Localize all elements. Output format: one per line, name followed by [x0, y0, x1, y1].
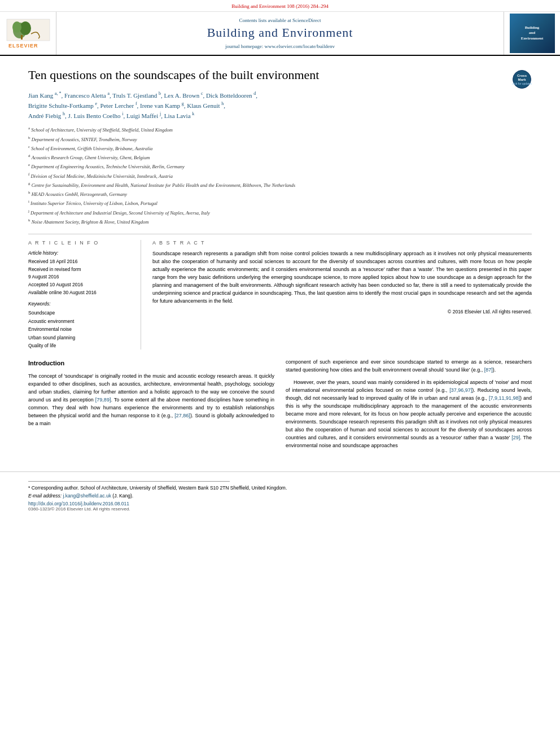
keyword-1: Soundscape: [28, 309, 132, 317]
keywords-section: Keywords: Soundscape Acoustic environmen…: [28, 301, 132, 350]
journal-title-section: Contents lists available at ScienceDirec…: [56, 12, 504, 55]
body-section: Introduction The concept of 'soundscape'…: [28, 359, 532, 454]
journal-thumbnail-section: BuildingandEnvironment: [504, 12, 560, 55]
keyword-5: Quality of life: [28, 342, 132, 350]
affiliation-d: d Acoustics Research Group, Ghent Univer…: [28, 153, 532, 161]
available-date: Available online 30 August 2016: [28, 289, 132, 297]
journal-citation: Building and Environment 108 (2016) 284–…: [0, 0, 560, 12]
journal-title: Building and Environment: [207, 25, 353, 40]
elsevier-logo-section: ELSEVIER: [0, 12, 56, 55]
keyword-2: Acoustic environment: [28, 317, 132, 325]
affiliation-a: a School of Architecture, University of …: [28, 125, 532, 134]
introduction-heading: Introduction: [28, 359, 274, 368]
affiliation-h: h HEAD Acoustics GmbH, Herzogenrath, Ger…: [28, 190, 532, 198]
keyword-4: Urban sound planning: [28, 334, 132, 342]
homepage-link[interactable]: www.elsevier.com/locate/buildenv: [265, 43, 335, 49]
affiliation-g: g Centre for Sustainability, Environment…: [28, 181, 532, 189]
svg-rect-4: [21, 35, 23, 40]
body-col-left: Introduction The concept of 'soundscape'…: [28, 359, 274, 454]
history-label: Article history:: [28, 250, 132, 256]
intro-para-1: The concept of 'soundscape' is originall…: [28, 373, 274, 428]
svg-text:click for updates: click for updates: [512, 82, 532, 85]
affiliation-f: f Division of Social Medicine, Medizinis…: [28, 172, 532, 180]
copyright-line: © 2016 Elsevier Ltd. All rights reserved…: [152, 309, 532, 314]
affiliation-j: j Department of Architecture and Industr…: [28, 208, 532, 217]
article-title: Ten questions on the soundscapes of the …: [28, 67, 319, 84]
article-info-panel: A R T I C L E I N F O Article history: R…: [28, 240, 141, 350]
journal-header: ELSEVIER Contents lists available at Sci…: [0, 12, 560, 56]
thumb-text: BuildingandEnvironment: [521, 25, 544, 41]
svg-text:Mark: Mark: [518, 78, 526, 81]
affiliation-b: b Department of Acoustics, SINTEF, Trond…: [28, 135, 532, 143]
crossmark-badge[interactable]: Cross Mark click for updates: [512, 69, 532, 89]
received-date: Received 18 April 2016: [28, 258, 132, 266]
corresponding-note: * Corresponding author. School of Archit…: [28, 485, 532, 491]
received-revised-label: Received in revised form: [28, 266, 132, 274]
affiliation-e: e Department of Engineering Acoustics, T…: [28, 162, 532, 171]
footnote-separator: [28, 481, 230, 482]
doi-line[interactable]: http://dx.doi.org/10.1016/j.buildenv.201…: [28, 501, 532, 506]
article-footer: * Corresponding author. School of Archit…: [0, 471, 560, 516]
intro-para-3: However, over the years, sound was mainl…: [286, 379, 532, 449]
article-info-title: A R T I C L E I N F O: [28, 240, 132, 246]
journal-ref-text: Building and Environment 108 (2016) 284–…: [231, 3, 329, 9]
abstract-text: Soundscape research represents a paradig…: [152, 250, 532, 305]
abstract-title: A B S T R A C T: [152, 240, 532, 246]
journal-homepage-line: journal homepage: www.elsevier.com/locat…: [225, 43, 335, 49]
body-col-right: component of such experience and ever si…: [286, 359, 532, 454]
svg-text:ELSEVIER: ELSEVIER: [8, 43, 38, 49]
title-row: Ten questions on the soundscapes of the …: [28, 67, 532, 90]
contents-available-text: Contents lists available at ScienceDirec…: [239, 18, 321, 23]
revised-date: 9 August 2016: [28, 273, 132, 281]
issn-line: 0360-1323/© 2016 Elsevier Ltd. All right…: [28, 506, 532, 512]
journal-thumbnail: BuildingandEnvironment: [510, 14, 555, 53]
authors-line: Jian Kang a, *, Francesco Aletta a, Trul…: [28, 90, 532, 121]
svg-point-3: [12, 21, 21, 33]
accepted-date: Accepted 10 August 2016: [28, 281, 132, 289]
keywords-label: Keywords:: [28, 301, 132, 307]
section-divider: [28, 234, 532, 234]
email-link[interactable]: j.kang@sheffield.ac.uk: [63, 493, 111, 499]
keyword-3: Environmental noise: [28, 325, 132, 333]
affiliations-section: a School of Architecture, University of …: [28, 125, 532, 226]
elsevier-logo: ELSEVIER: [6, 18, 51, 49]
abstract-panel: A B S T R A C T Soundscape research repr…: [152, 240, 532, 350]
affiliation-k: k Noise Abatement Society, Brighton & Ho…: [28, 217, 532, 226]
meta-abstract-section: A R T I C L E I N F O Article history: R…: [28, 240, 532, 350]
article-content: Ten questions on the soundscapes of the …: [0, 56, 560, 466]
svg-point-2: [20, 21, 31, 35]
svg-text:Cross: Cross: [517, 74, 527, 77]
email-note: E-mail address: j.kang@sheffield.ac.uk (…: [28, 493, 532, 499]
sciencedirect-link[interactable]: ScienceDirect: [292, 18, 321, 23]
affiliation-i: i Instituto Superior Técnico, University…: [28, 199, 532, 207]
affiliation-c: c School of Environment, Griffith Univer…: [28, 144, 532, 152]
intro-para-2: component of such experience and ever si…: [286, 359, 532, 374]
